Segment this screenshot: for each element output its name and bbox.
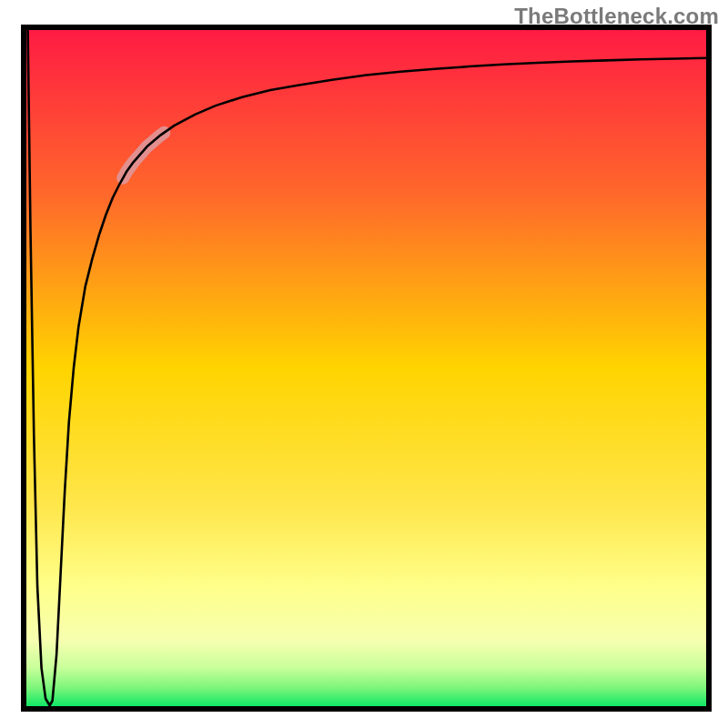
plot-background [24,27,709,709]
bottleneck-chart [0,0,728,728]
chart-container: TheBottleneck.com [0,0,728,728]
